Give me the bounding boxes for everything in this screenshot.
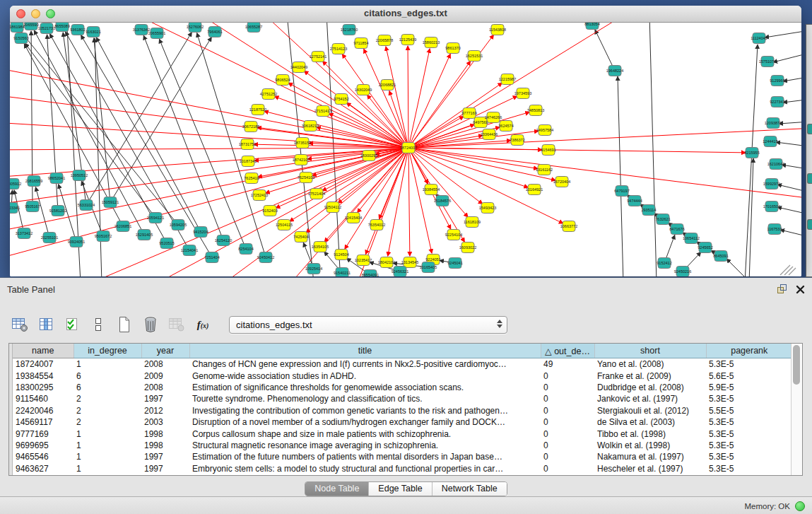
table-row[interactable]: 2242004622012Investigating the contribut… [13,405,792,416]
table-cell[interactable]: Wolkin et al. (1998) [594,440,706,451]
network-node[interactable]: 9520515 [159,238,174,249]
network-node[interactable]: 3624574 [498,121,513,132]
network-node[interactable]: 8254104 [238,244,253,255]
table-cell[interactable]: Jankovic et al. (1997) [594,393,706,404]
show-columns-icon[interactable] [36,315,56,334]
vertical-scrollbar[interactable] [791,344,802,475]
window-titlebar[interactable]: citations_edges.txt [10,6,801,23]
network-node[interactable]: 12187520 [249,105,266,115]
network-node[interactable]: 92450216 [674,267,691,277]
network-node[interactable]: 1244415 [763,136,777,147]
network-node[interactable]: 2935114 [641,205,656,216]
network-node[interactable]: 27514123 [330,44,347,54]
table-row[interactable]: 911546021997Tourette syndrome. Phenomeno… [13,393,792,404]
column-header-name[interactable]: name [13,344,73,358]
network-node[interactable]: 15184576 [434,196,451,206]
tab-edge-table[interactable]: Edge Table [368,482,431,496]
network-node[interactable]: 12752141 [310,52,326,62]
network-node[interactable]: 8655089 [54,23,69,32]
table-cell[interactable]: 0 [541,393,594,404]
table-cell[interactable]: 49 [541,358,594,370]
network-node[interactable]: 9505167 [25,201,40,212]
table-cell[interactable]: Embryonic stem cells: a model to study s… [189,463,541,474]
network-node[interactable]: 91581202 [49,206,66,216]
network-node[interactable]: 42751252 [260,89,277,100]
table-cell[interactable]: Estimation of significance thresholds fo… [189,382,541,393]
table-cell[interactable]: 2 [73,405,141,416]
network-node[interactable]: 7625410 [244,173,259,184]
table-row[interactable]: 1830029562008Estimation of significance … [13,382,792,393]
network-node[interactable]: 9777169 [461,108,476,119]
network-node[interactable]: 10594205 [170,220,187,230]
network-node[interactable]: 9152412 [657,258,671,269]
network-node[interactable]: 16723341 [10,203,20,214]
network-node[interactable]: 12415404 [345,213,362,223]
network-node[interactable]: 9754152 [334,94,348,105]
table-cell[interactable]: 14569117 [13,416,73,428]
table-cell[interactable]: 18724007 [13,358,73,370]
table-cell[interactable]: Dudbridge et al. (2008) [594,382,706,393]
memory-status-indicator[interactable] [795,501,805,511]
network-node[interactable]: 9711854 [353,38,368,49]
select-columns-icon[interactable] [62,315,82,334]
table-cell[interactable]: Genome-wide association studies in ADHD. [189,370,541,381]
table-cell[interactable]: 0 [541,416,594,428]
network-node[interactable]: 16354105 [312,242,329,252]
table-cell[interactable]: 1 [73,451,141,462]
network-node[interactable]: 91540211 [334,268,351,277]
table-cell[interactable]: 1997 [141,451,189,462]
network-view[interactable]: 1872400722065878971185427514123127521411… [10,23,801,276]
table-cell[interactable]: 9463627 [13,463,73,474]
network-canvas[interactable]: 1872400722065878971185427514123127521411… [10,23,801,276]
network-node[interactable]: 7251404 [204,252,219,263]
table-cell[interactable]: 2012 [141,405,189,416]
network-node[interactable]: 9245652 [698,243,712,253]
table-cell[interactable]: 1997 [141,463,189,474]
table-cell[interactable]: Stergiakouli et al. (2012) [594,405,706,416]
column-header-pagerank[interactable]: pagerank [706,344,792,358]
table-cell[interactable]: 22420046 [13,405,73,416]
table-selector-dropdown[interactable]: citations_edges.txt [229,316,507,334]
network-node[interactable]: 9415204 [193,227,208,238]
table-row[interactable]: 969969511998Structural magnetic resonanc… [13,440,792,451]
network-node[interactable]: 10663772 [560,221,577,232]
table-cell[interactable]: 0 [541,428,594,439]
network-node[interactable]: 30672185 [242,122,259,132]
table-cell[interactable]: 0 [541,440,594,451]
network-node[interactable]: 9163021 [86,27,100,37]
table-cell[interactable]: de Silva et al. (2003) [594,416,706,428]
table-cell[interactable]: 5.3E-5 [706,428,792,439]
network-node[interactable]: 92504112 [324,202,341,213]
network-node[interactable]: 19648224 [606,66,623,76]
network-node[interactable]: 7632621 [655,214,670,225]
table-row[interactable]: 1938455462009Genome-wide association stu… [13,370,792,381]
network-node[interactable]: 10187341 [240,156,257,167]
table-cell[interactable]: 18300295 [13,382,73,393]
network-node[interactable]: 24746266 [485,112,502,123]
table-row[interactable]: 1872400712008Changes of HCN gene express… [13,358,792,370]
table-cell[interactable]: 0 [541,370,594,381]
table-cell[interactable]: 5.5E-5 [706,405,792,416]
network-node[interactable]: 56331024 [78,200,95,211]
network-node[interactable]: 12125439 [399,35,416,45]
network-node[interactable]: 18735152 [294,138,311,148]
network-node[interactable]: 27151413 [314,106,331,117]
network-node[interactable]: 16251531 [466,51,483,62]
delete-entries-icon[interactable] [141,315,160,334]
network-node[interactable]: 15992971 [763,179,780,189]
table-cell[interactable]: 2003 [141,416,189,428]
network-node[interactable]: 17521404 [308,189,325,199]
network-node[interactable]: 9245041 [447,258,462,269]
network-node[interactable]: 18731752 [239,139,256,150]
network-node[interactable]: 31373412 [16,228,33,239]
network-node[interactable]: 14402049 [290,62,307,73]
table-cell[interactable]: Structural magnetic resonance image aver… [189,440,541,451]
table-cell[interactable]: 2009 [141,370,189,381]
network-node[interactable]: 9361802 [70,25,85,35]
network-node[interactable]: 9154691 [541,145,555,156]
table-cell[interactable]: 1 [73,428,141,439]
network-node[interactable]: 9129966 [770,76,784,86]
network-node[interactable]: 20594121 [147,213,164,223]
network-node[interactable]: 9474444 [627,196,642,206]
table-cell[interactable]: 2 [73,416,141,428]
